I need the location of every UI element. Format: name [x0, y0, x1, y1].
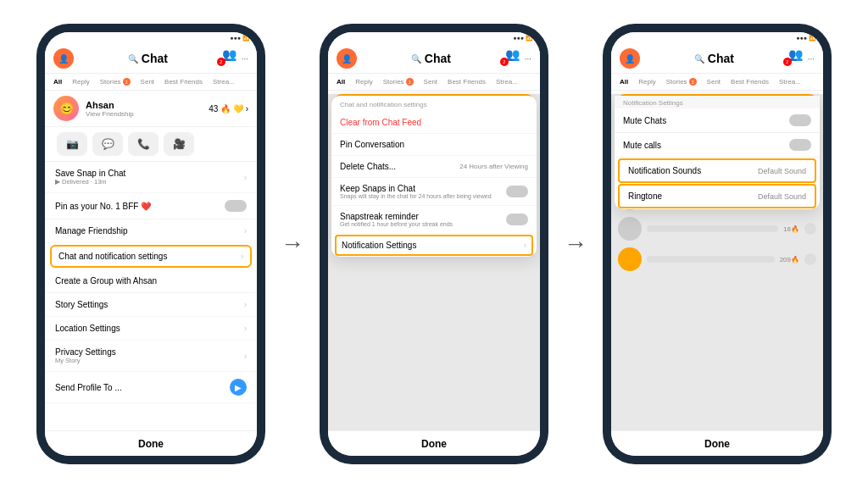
- popup-clear-feed[interactable]: Clear from Chat Feed: [331, 112, 537, 134]
- menu-manage-friendship-label: Manage Friendship: [55, 226, 128, 236]
- menu-pin-bff-label: Pin as your No. 1 BFF ❤️: [55, 202, 151, 211]
- tab-streak-2[interactable]: Strea...: [492, 76, 521, 87]
- mute-calls-toggle[interactable]: [789, 139, 811, 151]
- tab-sent-3[interactable]: Sent: [704, 76, 724, 87]
- notif-badge-3: 2: [783, 58, 792, 66]
- tab-all-3[interactable]: All: [616, 76, 632, 87]
- notif-notification-sounds[interactable]: Notification Sounds Default Sound: [618, 158, 816, 183]
- tab-stories-1[interactable]: Stories 3: [97, 76, 134, 87]
- tab-stories-3[interactable]: Stories 3: [663, 76, 700, 87]
- tab-streak-1[interactable]: Strea...: [209, 76, 238, 87]
- popup-pin-convo[interactable]: Pin Conversation: [331, 134, 537, 156]
- popup-title: Chat and notification settings: [331, 96, 537, 112]
- notif-mute-calls-label: Mute calls: [623, 141, 661, 150]
- notif-ringtone[interactable]: Ringtone Default Sound: [618, 184, 816, 208]
- menu-chat-notification[interactable]: Chat and notification settings ›: [50, 245, 252, 268]
- notif-ringtone-label: Ringtone: [628, 191, 662, 201]
- keep-snaps-toggle[interactable]: [506, 186, 528, 197]
- tab-bar-2: All Reply Stories 3 Sent Best Friends St…: [328, 74, 540, 91]
- menu-create-group[interactable]: Create a Group with Ahsan: [45, 269, 257, 293]
- screen-content-1: 😊 Ahsan View Friendship 43 🔥 💛 › 📷 💬 📞 🎥: [45, 91, 257, 430]
- popup-snapstreak[interactable]: Snapstreak reminder Get notified 1 hour …: [331, 206, 537, 234]
- popup-delete-label: Delete Chats...: [340, 162, 396, 171]
- avatar-2: 👤: [337, 48, 357, 69]
- tab-bar-1: All Reply Stories 3 Sent Best Friends St…: [45, 74, 257, 91]
- video-btn[interactable]: 🎥: [164, 132, 194, 156]
- menu-privacy-sub: My Story: [55, 357, 116, 364]
- notif-mute-calls[interactable]: Mute calls: [615, 133, 820, 158]
- tab-sent-2[interactable]: Sent: [420, 76, 441, 87]
- snapstreak-toggle[interactable]: [506, 214, 528, 225]
- tab-all-2[interactable]: All: [333, 76, 348, 87]
- done-bar-3[interactable]: Done: [611, 430, 823, 456]
- contact-avatar: 😊: [53, 96, 79, 121]
- contact-card: 😊 Ahsan View Friendship 43 🔥 💛 ›: [45, 91, 257, 127]
- chat-btn[interactable]: 💬: [92, 132, 123, 156]
- notif-sounds-right: Default Sound: [758, 167, 806, 175]
- popup-notification-settings[interactable]: Notification Settings ›: [335, 235, 533, 256]
- tab-stories-2[interactable]: Stories 3: [380, 76, 417, 87]
- tab-bar-3: All Reply Stories 3 Sent Best Friends St…: [611, 74, 823, 91]
- menu-story-settings[interactable]: Story Settings ›: [45, 293, 257, 317]
- popup-keep-snaps[interactable]: Keep Snaps in Chat Snaps will stay in th…: [331, 178, 537, 206]
- notif-ringtone-right: Default Sound: [758, 192, 806, 201]
- pin-toggle[interactable]: [225, 200, 247, 212]
- action-icons: 📷 💬 📞 🎥: [45, 127, 257, 162]
- tab-reply-2[interactable]: Reply: [352, 76, 376, 87]
- menu-privacy-label: Privacy Settings: [55, 347, 116, 357]
- avatar-3: 👤: [620, 48, 640, 69]
- menu-save-snap-sub: ▶ Delivered · 13m: [55, 178, 125, 186]
- tab-bestfriends-3[interactable]: Best Friends: [727, 76, 772, 87]
- camera-btn[interactable]: 📷: [57, 132, 87, 156]
- chat-header-3: 👤 🔍 Chat 👥2 ···: [611, 44, 823, 74]
- notif-badge-1: 2: [217, 58, 225, 66]
- done-bar-2[interactable]: Done: [328, 430, 540, 456]
- avatar-1: 👤: [53, 48, 74, 69]
- mute-chats-toggle[interactable]: [789, 114, 811, 126]
- menu-location-settings[interactable]: Location Settings ›: [45, 317, 257, 341]
- popup-delete-chats[interactable]: Delete Chats... 24 Hours after Viewing: [331, 156, 537, 178]
- menu-privacy-settings[interactable]: Privacy Settings My Story ›: [45, 341, 257, 372]
- header-icons-3: 👥2 ···: [788, 47, 815, 69]
- menu-story-settings-label: Story Settings: [55, 300, 108, 309]
- menu-save-snap[interactable]: Save Snap in Chat ▶ Delivered · 13m ›: [45, 162, 257, 193]
- page-title-3: Chat: [708, 52, 734, 65]
- popup-pin-label: Pin Conversation: [340, 140, 404, 149]
- tab-sent-1[interactable]: Sent: [137, 76, 158, 87]
- arrow-1: →: [281, 230, 304, 258]
- tab-streak-3[interactable]: Strea...: [776, 76, 804, 87]
- notif-badge-2: 2: [500, 58, 509, 66]
- popup-delete-right: 24 Hours after Viewing: [459, 163, 528, 170]
- page-title-1: Chat: [142, 52, 168, 65]
- arrow-2: →: [564, 230, 587, 258]
- menu-location-settings-label: Location Settings: [55, 324, 120, 333]
- notif-section-title: Notification Settings: [615, 96, 820, 108]
- tab-bestfriends-2[interactable]: Best Friends: [444, 76, 489, 87]
- status-bar-2: ●●● 📶: [328, 32, 540, 44]
- header-icons-2: 👥2 ···: [505, 47, 531, 69]
- popup-keep-snaps-label: Keep Snaps in Chat: [340, 184, 492, 193]
- popup-notif-settings-label: Notification Settings: [342, 241, 416, 250]
- status-bar-1: ●●● 📶: [45, 32, 257, 44]
- tab-reply-3[interactable]: Reply: [635, 76, 659, 87]
- popup-menu-2: Chat and notification settings Clear fro…: [331, 96, 537, 257]
- menu-pin-bff[interactable]: Pin as your No. 1 BFF ❤️: [45, 193, 257, 219]
- screen-content-2: 266🔥 43🔥 Chat and notification settings: [328, 91, 540, 430]
- menu-manage-friendship[interactable]: Manage Friendship ›: [45, 219, 257, 243]
- tab-bestfriends-1[interactable]: Best Friends: [161, 76, 206, 87]
- chat-header-2: 👤 🔍 Chat 👥2 ···: [328, 44, 540, 74]
- menu-chat-notification-label: Chat and notification settings: [58, 252, 167, 261]
- menu-create-group-label: Create a Group with Ahsan: [55, 276, 157, 286]
- notif-mute-chats[interactable]: Mute Chats: [615, 108, 820, 133]
- tab-reply-1[interactable]: Reply: [69, 76, 92, 87]
- header-icons-1: 👥2 ···: [222, 47, 248, 69]
- done-label-3: Done: [704, 438, 730, 450]
- phone-btn[interactable]: 📞: [128, 132, 159, 156]
- menu-send-profile[interactable]: Send Profile To ... ▶: [45, 372, 257, 403]
- notif-settings-popup: Notification Settings Mute Chats Mute ca…: [615, 96, 820, 209]
- popup-snapstreak-sub: Get notified 1 hour before your streak e…: [340, 221, 453, 227]
- notif-sounds-label: Notification Sounds: [628, 166, 701, 175]
- tab-all-1[interactable]: All: [50, 76, 65, 87]
- popup-snapstreak-label: Snapstreak reminder: [340, 212, 453, 221]
- done-bar-1[interactable]: Done: [45, 430, 257, 456]
